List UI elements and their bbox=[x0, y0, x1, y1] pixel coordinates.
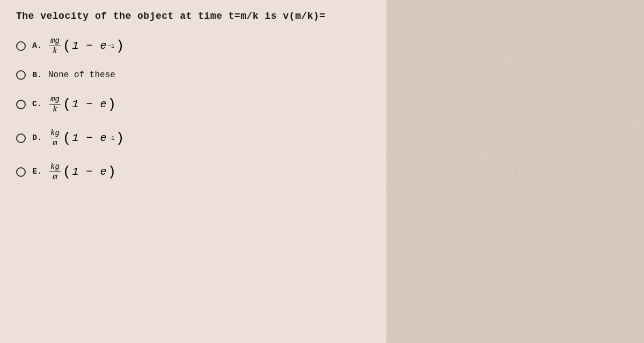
option-a-formula: mg k ( 1 − e−1 ) bbox=[48, 36, 124, 55]
option-d-label: D. bbox=[32, 133, 42, 143]
fraction-kg-m-e: kg m bbox=[49, 162, 61, 181]
option-c[interactable]: C. mg k ( 1 − e ) bbox=[16, 95, 370, 114]
option-e-formula: kg m ( 1 − e ) bbox=[48, 162, 116, 181]
radio-a[interactable] bbox=[16, 41, 26, 51]
fraction-mg-k-a: mg k bbox=[49, 36, 61, 55]
radio-b[interactable] bbox=[16, 70, 26, 80]
question-text: The velocity of the object at time t=m/k… bbox=[16, 11, 370, 21]
option-e[interactable]: E. kg m ( 1 − e ) bbox=[16, 162, 370, 181]
option-b-text: None of these bbox=[48, 70, 115, 80]
option-c-formula: mg k ( 1 − e ) bbox=[48, 95, 116, 114]
option-c-label: C. bbox=[32, 100, 42, 109]
option-d[interactable]: D. kg m ( 1 − e−1 ) bbox=[16, 129, 370, 147]
radio-d[interactable] bbox=[16, 133, 26, 143]
option-e-label: E. bbox=[32, 167, 42, 176]
option-a[interactable]: A. mg k ( 1 − e−1 ) bbox=[16, 36, 370, 55]
option-b-label: B. bbox=[32, 71, 42, 80]
option-d-formula: kg m ( 1 − e−1 ) bbox=[48, 129, 124, 147]
fraction-mg-k-c: mg k bbox=[49, 95, 61, 114]
fraction-kg-m-d: kg m bbox=[49, 129, 61, 147]
radio-e[interactable] bbox=[16, 167, 26, 177]
option-b[interactable]: B. None of these bbox=[16, 70, 370, 80]
option-a-label: A. bbox=[32, 41, 42, 50]
radio-c[interactable] bbox=[16, 100, 26, 109]
page-content: The velocity of the object at time t=m/k… bbox=[0, 0, 386, 343]
